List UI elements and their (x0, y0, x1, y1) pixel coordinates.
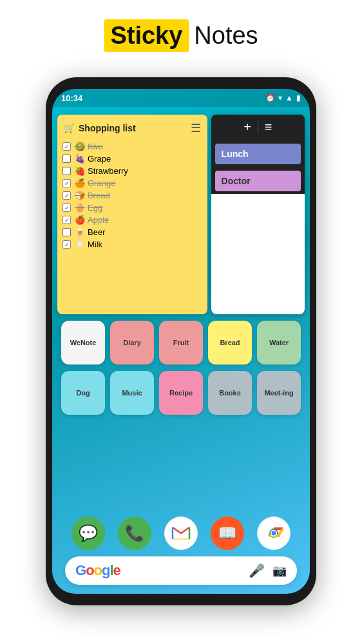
apple-emoji: 🍎 (75, 215, 85, 225)
signal-icon: ▲ (285, 93, 293, 102)
cart-icon: 🛒 (64, 123, 75, 133)
dock-books[interactable]: 📖 (211, 516, 244, 550)
item-apple: 🍎 Apple (75, 215, 109, 225)
shopping-header: 🛒 Shopping list ☰ (57, 115, 207, 139)
checkbox-beer[interactable] (62, 228, 71, 236)
app-water[interactable]: Water (257, 321, 301, 365)
bread-emoji: 🍞 (75, 191, 85, 200)
dock-chrome[interactable] (257, 516, 291, 550)
phone-shell: 10:34 ⏰ ▾ ▲ ▮ 🛒 Shopping list (46, 77, 316, 605)
widget-area: 🛒 Shopping list ☰ 🥝 Kiwi (57, 115, 305, 314)
item-beer: 🍺 Beer (75, 227, 105, 237)
list-item[interactable]: 🍞 Bread (62, 189, 202, 202)
wifi-icon: ▾ (278, 93, 282, 102)
app-bread[interactable]: Bread (208, 321, 252, 365)
google-logo: Google (75, 562, 120, 579)
search-action-icons: 🎤 📷 (249, 563, 287, 578)
checkbox-milk[interactable] (62, 240, 71, 249)
item-grape: 🍇 Grape (75, 154, 111, 164)
shopping-title: Shopping list (79, 123, 136, 133)
dock-phone[interactable]: 📞 (118, 516, 151, 550)
item-bread: 🍞 Bread (75, 191, 110, 200)
books-icon: 📖 (218, 524, 237, 542)
checkbox-bread[interactable] (62, 191, 71, 200)
egg-emoji: 🥚 (75, 203, 85, 213)
title-notes: Notes (194, 22, 258, 50)
app-grid: WeNote Diary Fruit Bread Water Dog Music… (57, 321, 305, 421)
item-egg: 🥚 Egg (75, 203, 102, 213)
phone-screen: 10:34 ⏰ ▾ ▲ ▮ 🛒 Shopping list (52, 89, 310, 594)
checkbox-egg[interactable] (62, 204, 71, 212)
app-music[interactable]: Music (110, 371, 154, 415)
item-milk: 🥛 Milk (75, 240, 102, 249)
kiwi-emoji: 🥝 (75, 142, 85, 151)
status-bar: 10:34 ⏰ ▾ ▲ ▮ (52, 89, 310, 107)
menu-icon[interactable]: ☰ (191, 121, 201, 135)
app-fruit[interactable]: Fruit (159, 321, 203, 365)
shopping-widget[interactable]: 🛒 Shopping list ☰ 🥝 Kiwi (57, 115, 207, 314)
item-orange: 🍊 Orange (75, 178, 115, 188)
beer-emoji: 🍺 (75, 227, 85, 237)
checkbox-strawberry[interactable] (62, 167, 71, 175)
gmail-icon (171, 526, 191, 540)
status-icons: ⏰ ▾ ▲ ▮ (265, 93, 301, 102)
screen-content: 🛒 Shopping list ☰ 🥝 Kiwi (52, 107, 310, 594)
list-item[interactable]: 🍓 Strawberry (62, 165, 202, 177)
list-item[interactable]: 🍺 Beer (62, 226, 202, 238)
app-diary[interactable]: Diary (110, 321, 154, 365)
search-bar[interactable]: Google 🎤 📷 (65, 556, 297, 585)
item-kiwi: 🥝 Kiwi (75, 142, 103, 151)
app-wenote[interactable]: WeNote (61, 321, 105, 365)
list-item[interactable]: 🍇 Grape (62, 153, 202, 165)
app-books[interactable]: Books (208, 371, 252, 415)
list-item[interactable]: 🍎 Apple (62, 214, 202, 226)
grape-emoji: 🍇 (75, 154, 85, 164)
list-item[interactable]: 🥛 Milk (62, 238, 202, 251)
alarm-icon: ⏰ (265, 93, 275, 102)
app-recipe[interactable]: Recipe (159, 371, 203, 415)
app-row-1: WeNote Diary Fruit Bread Water (57, 321, 305, 365)
list-item[interactable]: 🥚 Egg (62, 202, 202, 214)
microphone-icon[interactable]: 🎤 (249, 563, 265, 578)
phone-icon: 📞 (125, 524, 144, 542)
list-item[interactable]: 🥝 Kiwi (62, 140, 202, 153)
orange-emoji: 🍊 (75, 178, 85, 188)
checkbox-orange[interactable] (62, 179, 71, 187)
toolbar-divider (258, 121, 258, 134)
checkbox-apple[interactable] (62, 216, 71, 224)
dock: 💬 📞 📖 (52, 516, 310, 550)
right-widget: + ≡ Lunch Doctor (211, 115, 305, 314)
app-title: Sticky Notes (104, 19, 258, 52)
shopping-items-list: 🥝 Kiwi 🍇 Grape (57, 139, 207, 252)
right-white-space (211, 194, 305, 314)
lens-icon[interactable]: 📷 (272, 564, 287, 578)
dock-gmail[interactable] (164, 516, 198, 550)
status-time: 10:34 (61, 93, 82, 103)
chrome-icon (263, 523, 284, 544)
checkbox-kiwi[interactable] (62, 142, 71, 151)
svg-point-3 (272, 531, 276, 536)
strawberry-emoji: 🍓 (75, 166, 85, 176)
battery-icon: ▮ (296, 93, 301, 102)
app-meeting[interactable]: Meet-ing (257, 371, 301, 415)
checkbox-grape[interactable] (62, 155, 71, 163)
app-dog[interactable]: Dog (61, 371, 105, 415)
right-toolbar: + ≡ (211, 115, 305, 140)
shopping-title-area: 🛒 Shopping list (64, 123, 136, 133)
list-item[interactable]: 🍊 Orange (62, 177, 202, 189)
item-strawberry: 🍓 Strawberry (75, 166, 128, 176)
note-lunch[interactable]: Lunch (215, 144, 301, 164)
title-sticky: Sticky (104, 19, 189, 52)
app-row-2: Dog Music Recipe Books Meet-ing (57, 371, 305, 415)
note-doctor[interactable]: Doctor (215, 171, 301, 191)
dock-messages[interactable]: 💬 (71, 516, 105, 550)
messages-icon: 💬 (79, 524, 98, 542)
add-note-button[interactable]: + (243, 120, 251, 135)
sort-button[interactable]: ≡ (265, 120, 272, 135)
milk-emoji: 🥛 (75, 240, 85, 249)
